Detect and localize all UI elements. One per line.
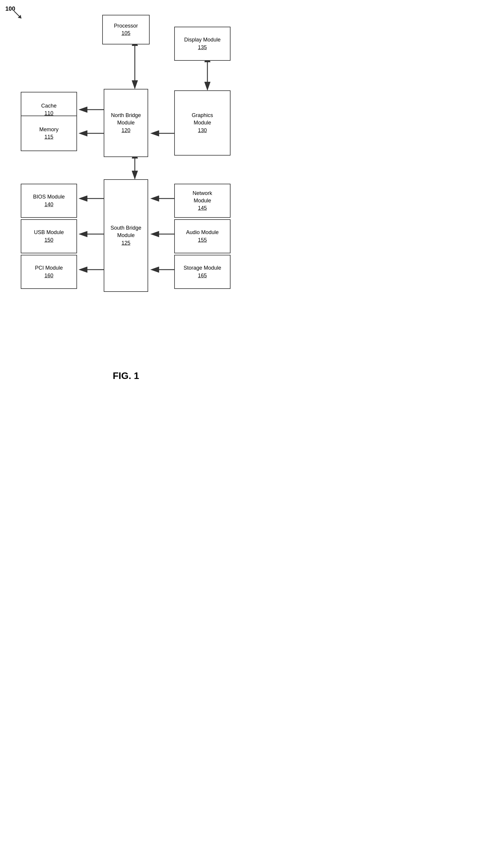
usb-block: USB Module 150 — [21, 219, 77, 253]
processor-label: Processor — [114, 22, 138, 30]
cache-label: Cache — [41, 102, 57, 110]
pci-label: PCI Module — [35, 264, 63, 272]
memory-label: Memory — [39, 126, 58, 133]
storage-label: Storage Module — [183, 264, 221, 272]
north-bridge-block: North BridgeModule 120 — [104, 89, 148, 157]
graphics-ref: 130 — [198, 127, 207, 134]
network-block: NetworkModule 145 — [174, 184, 231, 218]
bios-ref: 140 — [44, 201, 53, 208]
audio-block: Audio Module 155 — [174, 219, 231, 253]
north-bridge-label: North BridgeModule — [111, 112, 141, 127]
storage-ref: 165 — [198, 272, 207, 279]
usb-ref: 150 — [44, 236, 53, 244]
diagram-container: Processor 105 Cache 110 Memory 115 North… — [9, 9, 252, 364]
display-block: Display Module 135 — [174, 27, 231, 61]
usb-label: USB Module — [34, 229, 64, 236]
audio-label: Audio Module — [186, 229, 219, 236]
pci-block: PCI Module 160 — [21, 255, 77, 289]
bios-block: BIOS Module 140 — [21, 184, 77, 218]
graphics-label: GraphicsModule — [192, 112, 213, 127]
audio-ref: 155 — [198, 236, 207, 244]
network-label: NetworkModule — [193, 190, 212, 204]
memory-ref: 115 — [44, 133, 53, 141]
processor-block: Processor 105 — [102, 15, 150, 44]
network-ref: 145 — [198, 204, 207, 212]
fig-label: FIG. 1 — [9, 371, 243, 393]
bios-label: BIOS Module — [33, 193, 65, 201]
display-label: Display Module — [184, 36, 220, 43]
processor-ref: 105 — [122, 30, 130, 37]
south-bridge-block: South BridgeModule 125 — [104, 179, 148, 292]
storage-block: Storage Module 165 — [174, 255, 231, 289]
pci-ref: 160 — [44, 272, 53, 279]
memory-block: Memory 115 — [21, 115, 77, 151]
graphics-block: GraphicsModule 130 — [174, 90, 231, 156]
north-bridge-ref: 120 — [122, 127, 130, 134]
south-bridge-label: South BridgeModule — [110, 224, 141, 239]
south-bridge-ref: 125 — [122, 239, 130, 247]
display-ref: 135 — [198, 44, 207, 51]
